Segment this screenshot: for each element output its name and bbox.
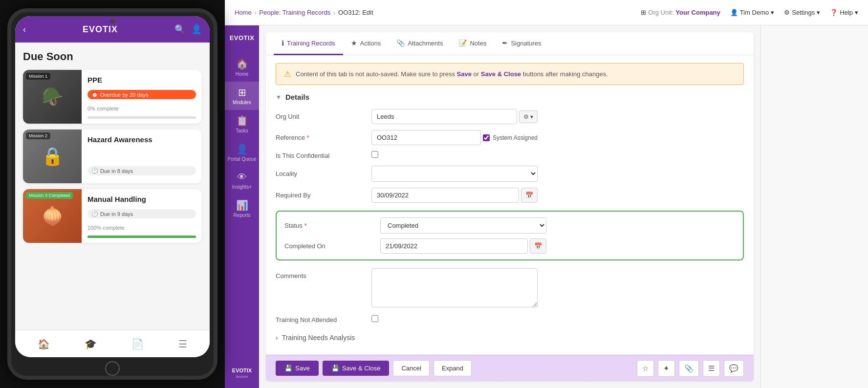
training-not-attended-control bbox=[371, 315, 538, 324]
sidebar-item-portal-queue[interactable]: 👤 Portal Queue bbox=[225, 138, 259, 167]
chevron-right-icon: › bbox=[276, 334, 278, 342]
form-row-locality: Locality bbox=[276, 166, 744, 182]
info-icon: ℹ bbox=[282, 39, 284, 47]
card-title-hazard: Hazard Awareness bbox=[87, 135, 196, 144]
tab-notes[interactable]: 📝 Notes bbox=[451, 32, 494, 55]
reference-input-group: System Assigned bbox=[371, 130, 538, 145]
home-icon: 🏠 bbox=[236, 58, 248, 70]
training-not-attended-label: Training Not Attended bbox=[276, 316, 364, 323]
sidebar-item-label: Reports bbox=[233, 213, 250, 218]
tablet-user-icon[interactable]: 👤 bbox=[191, 24, 202, 35]
tablet-bottom-nav: 🏠 🎓 📄 ☰ bbox=[15, 330, 210, 357]
overdue-badge: ⏰ Overdue by 20 days bbox=[87, 90, 196, 99]
progress-text-ppe: 0% complete bbox=[87, 106, 196, 111]
org-unit-label: Org Unit: bbox=[648, 9, 673, 16]
expand-button[interactable]: Expand bbox=[434, 360, 472, 376]
required-by-input[interactable] bbox=[371, 188, 519, 203]
card-image-hazard: 🔒 Mission 2 bbox=[23, 129, 82, 183]
paperclip-icon: 📎 bbox=[396, 39, 405, 47]
card-title-ppe: PPE bbox=[87, 76, 196, 84]
settings-menu[interactable]: ⚙ Settings ▾ bbox=[784, 9, 820, 16]
list-button[interactable]: ☰ bbox=[703, 360, 720, 377]
list-item[interactable]: 🔒 Mission 2 Hazard Awareness 🕐 Due in 8 … bbox=[23, 129, 202, 183]
details-section-header[interactable]: ▼ Details bbox=[276, 93, 744, 101]
locality-control bbox=[371, 166, 538, 182]
save-button[interactable]: 💾 Save bbox=[276, 361, 319, 376]
sidebar-item-reports[interactable]: 📊 Reports bbox=[225, 194, 259, 223]
confidential-checkbox[interactable] bbox=[371, 151, 378, 158]
comments-textarea[interactable] bbox=[371, 268, 538, 307]
confidential-control bbox=[371, 151, 538, 160]
org-unit-control: ⚙ ▾ bbox=[371, 109, 538, 124]
tab-attachments[interactable]: 📎 Attachments bbox=[389, 32, 451, 55]
tablet-back-button[interactable]: ‹ bbox=[23, 24, 26, 35]
tablet-search-icon[interactable]: 🔍 bbox=[174, 24, 185, 35]
user-menu[interactable]: 👤 Tim Demo ▾ bbox=[730, 9, 774, 16]
org-unit-gear-button[interactable]: ⚙ ▾ bbox=[519, 110, 538, 123]
reference-label: Reference bbox=[276, 134, 364, 141]
attachment-button[interactable]: 📎 bbox=[679, 360, 699, 377]
sidebar-item-label: Tasks bbox=[236, 128, 248, 133]
star-button[interactable]: ✦ bbox=[658, 360, 675, 377]
main-content: ℹ Training Records ★ Actions 📎 Attachmen… bbox=[259, 25, 760, 388]
list-item[interactable]: 🪖 Mission 1 PPE ⏰ Overdue by 20 days 0% … bbox=[23, 70, 202, 124]
list-item[interactable]: 🧅 Mission 3 Completed Manual Handling 🕐 … bbox=[23, 189, 202, 243]
system-assigned-checkbox[interactable] bbox=[483, 134, 490, 141]
org-unit-icon: ⊞ bbox=[641, 9, 646, 16]
form-row-training-not-attended: Training Not Attended bbox=[276, 315, 744, 324]
save-close-button[interactable]: 💾 Save & Close bbox=[323, 361, 390, 376]
bookmark-button[interactable]: ☆ bbox=[637, 360, 654, 377]
form-row-reference: Reference System Assigned bbox=[276, 130, 744, 145]
content-panel: ℹ Training Records ★ Actions 📎 Attachmen… bbox=[266, 32, 754, 381]
due-soon-title: Due Soon bbox=[23, 50, 202, 63]
status-label: Status bbox=[284, 222, 372, 229]
training-needs-header[interactable]: › Training Needs Analysis bbox=[276, 330, 744, 345]
modules-icon: ⊞ bbox=[238, 86, 246, 98]
sidebar-item-label: Home bbox=[236, 71, 249, 77]
comment-icon: 💬 bbox=[729, 364, 738, 372]
comments-control bbox=[371, 268, 538, 309]
user-icon: 👤 bbox=[730, 9, 738, 16]
tablet-nav-docs[interactable]: 📄 bbox=[131, 338, 144, 350]
completed-on-calendar-button[interactable]: 📅 bbox=[530, 238, 546, 254]
warning-save-close-text: Save & Close bbox=[481, 70, 521, 78]
reference-input[interactable] bbox=[371, 130, 481, 145]
sidebar-item-insights[interactable]: 👁 Insights+ bbox=[225, 167, 259, 194]
tab-training-records[interactable]: ℹ Training Records bbox=[274, 32, 343, 55]
breadcrumb-home[interactable]: Home bbox=[235, 9, 252, 16]
breadcrumb-section[interactable]: People: Training Records bbox=[259, 9, 330, 16]
tab-actions[interactable]: ★ Actions bbox=[343, 32, 389, 55]
sidebar-item-tasks[interactable]: 📋 Tasks bbox=[225, 110, 259, 138]
progress-bar-bg-ppe bbox=[87, 116, 196, 119]
org-unit-input[interactable] bbox=[371, 109, 517, 124]
tablet-nav-menu[interactable]: ☰ bbox=[178, 338, 187, 350]
system-assigned: System Assigned bbox=[483, 134, 538, 141]
completed-on-input[interactable] bbox=[380, 238, 528, 254]
tablet-nav-home[interactable]: 🏠 bbox=[38, 338, 50, 350]
comment-button[interactable]: 💬 bbox=[724, 360, 744, 377]
completed-on-input-group: 📅 bbox=[380, 238, 546, 254]
tablet-nav-training[interactable]: 🎓 bbox=[85, 338, 97, 350]
graduation-icon: 🎓 bbox=[85, 338, 97, 350]
tab-signatures[interactable]: ✒ Signatures bbox=[494, 32, 549, 55]
cancel-button[interactable]: Cancel bbox=[393, 360, 429, 376]
status-select[interactable]: Completed Not Started In Progress Overdu… bbox=[380, 217, 546, 234]
document-icon: 📄 bbox=[131, 338, 144, 350]
help-menu[interactable]: ❓ Help ▾ bbox=[830, 9, 858, 16]
card-info-hazard: Hazard Awareness 🕐 Due in 8 days bbox=[82, 129, 202, 183]
portal-queue-icon: 👤 bbox=[236, 143, 248, 155]
status-row: Status Completed Not Started In Progress… bbox=[284, 217, 735, 234]
sidebar-item-modules[interactable]: ⊞ Modules bbox=[225, 82, 259, 110]
tablet-logo: EVOTIX bbox=[83, 24, 118, 35]
locality-select[interactable] bbox=[371, 166, 538, 182]
sidebar-item-label: Modules bbox=[233, 100, 251, 105]
tablet-home-button[interactable] bbox=[105, 361, 120, 376]
warning-text: Content of this tab is not auto-saved. M… bbox=[296, 70, 608, 78]
clock-icon: 🕐 bbox=[91, 211, 98, 217]
sidebar-item-home[interactable]: 🏠 Home bbox=[225, 53, 259, 82]
training-not-attended-checkbox[interactable] bbox=[371, 315, 378, 322]
required-by-calendar-button[interactable]: 📅 bbox=[521, 188, 538, 203]
tabs-bar: ℹ Training Records ★ Actions 📎 Attachmen… bbox=[266, 32, 754, 55]
form-grid: Org Unit ⚙ ▾ Reference bbox=[276, 109, 744, 324]
sidebar-logo-text: EVOTIX bbox=[230, 34, 255, 42]
